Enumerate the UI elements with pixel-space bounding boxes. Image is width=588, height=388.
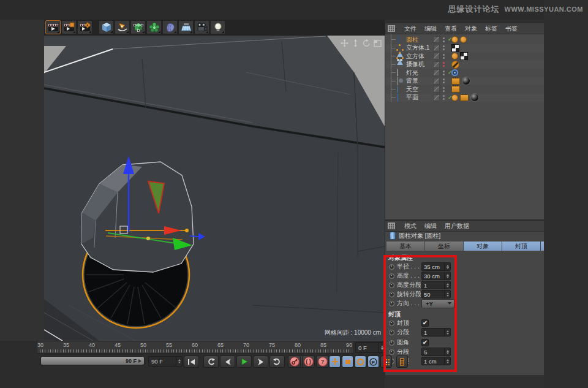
ruler-tick-label: 60 <box>192 342 198 348</box>
am-menu-mode[interactable]: 模式 <box>404 222 417 230</box>
timeline-area: 30 35 40 45 50 55 60 65 70 75 80 85 90 0… <box>0 341 385 388</box>
object-name[interactable]: 摄像机 <box>406 60 424 69</box>
material-tag-icon[interactable] <box>470 93 479 102</box>
om-menu-edit[interactable]: 编辑 <box>424 25 437 33</box>
target-tag-icon[interactable] <box>451 69 458 76</box>
timeline-ruler[interactable]: 30 35 40 45 50 55 60 65 70 75 80 85 90 <box>37 341 354 354</box>
protection-tag-icon[interactable] <box>451 61 459 69</box>
layer-box[interactable] <box>433 78 440 85</box>
key-rotation-button[interactable] <box>355 356 366 368</box>
om-menu-tags[interactable]: 标签 <box>485 25 497 33</box>
ruler-tick-label: 40 <box>89 342 95 348</box>
next-frame-button[interactable] <box>253 356 268 368</box>
visibility-dots[interactable] <box>443 87 445 92</box>
render-picture-viewer-button[interactable] <box>61 20 77 34</box>
maximize-view-icon[interactable] <box>373 39 382 47</box>
texture-tag-icon[interactable] <box>460 52 468 60</box>
phong-tag-icon[interactable] <box>451 94 458 101</box>
texture-tag-icon[interactable] <box>451 44 459 52</box>
object-name[interactable]: 立方体 <box>406 52 424 61</box>
smoothing-tag-icon[interactable] <box>460 36 467 43</box>
om-menu-file[interactable]: 文件 <box>404 25 417 33</box>
tab-sliver[interactable] <box>541 242 544 251</box>
object-row-cube[interactable]: 立方体 <box>385 52 544 60</box>
previous-frame-button[interactable] <box>220 356 235 368</box>
key-parameter-button[interactable]: P <box>368 356 379 368</box>
object-row-sky[interactable]: 天空 <box>385 85 544 93</box>
am-menu-userdata[interactable]: 用户数据 <box>445 222 469 230</box>
visibility-dots[interactable] <box>443 62 445 67</box>
object-name[interactable]: 灯光 <box>406 69 418 77</box>
visibility-dots[interactable] <box>443 95 445 100</box>
visibility-dots[interactable] <box>443 45 445 50</box>
tab-basic[interactable]: 基本 <box>386 242 424 251</box>
visibility-dots[interactable] <box>443 54 445 59</box>
record-keyframe-button[interactable] <box>288 356 301 368</box>
current-frame-field[interactable]: 0 F <box>355 342 385 353</box>
object-row-background[interactable]: 背景 <box>385 77 544 85</box>
panel-grid-icon[interactable] <box>388 25 395 32</box>
layer-box[interactable] <box>433 94 440 101</box>
phong-tag-icon[interactable] <box>451 53 458 59</box>
next-key-button[interactable] <box>270 356 285 368</box>
play-button[interactable] <box>236 356 252 368</box>
camera-button[interactable] <box>194 20 209 34</box>
layer-box[interactable] <box>433 36 440 43</box>
object-name[interactable]: 圆柱 <box>406 36 418 44</box>
light-button[interactable] <box>210 20 225 34</box>
layer-box[interactable] <box>433 61 440 68</box>
object-name[interactable]: 天空 <box>406 85 418 94</box>
om-menu-view[interactable]: 查看 <box>445 25 457 33</box>
object-row-plane[interactable]: 平面 ✓ <box>385 94 544 102</box>
material-tag-icon[interactable] <box>462 77 470 85</box>
goto-start-button[interactable] <box>184 356 199 368</box>
autokey-objects-button[interactable]: ( ) <box>302 356 315 368</box>
compositing-tag-icon[interactable] <box>460 94 469 101</box>
stepper[interactable] <box>176 357 182 366</box>
visibility-dots[interactable] <box>443 78 445 83</box>
generators-button[interactable] <box>130 20 146 34</box>
visibility-dots[interactable] <box>443 37 445 42</box>
object-row-light[interactable]: 灯光 ✓ <box>385 69 544 77</box>
object-row-cube1[interactable]: 立方体.1 <box>385 44 544 52</box>
left-filler <box>0 20 44 388</box>
layer-box[interactable] <box>433 86 440 93</box>
render-view-button[interactable] <box>45 20 61 34</box>
phong-tag-icon[interactable] <box>451 36 458 43</box>
dolly-icon[interactable] <box>351 39 360 47</box>
layer-box[interactable] <box>433 69 440 76</box>
key-scale-button[interactable] <box>342 356 353 368</box>
key-position-button[interactable] <box>329 356 341 368</box>
add-cube-button[interactable] <box>99 20 114 34</box>
environment-floor-button[interactable] <box>178 20 194 34</box>
rotate-icon[interactable] <box>362 39 371 47</box>
am-menu-edit[interactable]: 编辑 <box>424 222 437 230</box>
om-menu-objects[interactable]: 对象 <box>465 25 477 33</box>
keyframe-selection-button[interactable]: ? <box>316 356 329 368</box>
object-name[interactable]: 立方体.1 <box>406 44 429 52</box>
viewport-3d[interactable]: 网格间距 : 10000 cm <box>44 36 385 341</box>
layer-box[interactable] <box>433 45 440 51</box>
end-frame-field[interactable]: 90 F <box>148 356 183 367</box>
ruler-tick-label: 90 <box>346 342 352 348</box>
object-row-cylinder[interactable]: 圆柱 ✓ <box>385 36 544 44</box>
object-name[interactable]: 平面 <box>406 93 418 102</box>
tab-object[interactable]: 对象 <box>464 242 502 251</box>
deformers-button[interactable] <box>162 20 178 34</box>
tab-coordinates[interactable]: 坐标 <box>425 242 463 251</box>
previous-key-button[interactable] <box>203 356 219 368</box>
tab-caps[interactable]: 封顶 <box>502 242 540 251</box>
timeline-range-slider[interactable]: 90 F <box>40 356 145 365</box>
object-name[interactable]: 背景 <box>406 77 418 85</box>
om-menu-bookmarks[interactable]: 书签 <box>505 25 518 33</box>
object-row-camera[interactable]: 摄像机 <box>385 61 544 69</box>
panel-grid-icon[interactable] <box>388 223 395 229</box>
pan-icon[interactable] <box>340 39 349 47</box>
render-settings-button[interactable] <box>77 20 92 34</box>
compositing-tag-icon[interactable] <box>451 86 460 93</box>
layer-box[interactable] <box>433 53 440 59</box>
spline-pen-button[interactable] <box>115 20 130 34</box>
compositing-tag-icon[interactable] <box>451 78 460 85</box>
visibility-dots[interactable] <box>443 70 445 75</box>
array-modeling-button[interactable] <box>146 20 162 34</box>
